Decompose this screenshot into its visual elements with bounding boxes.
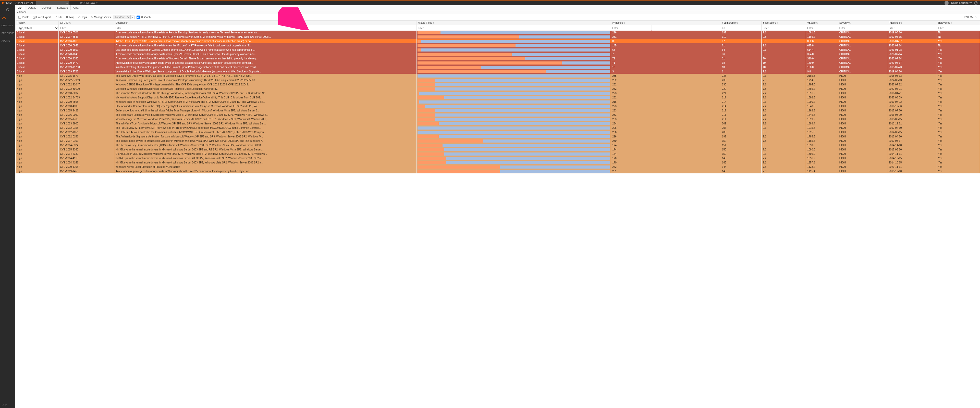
table-row[interactable]: HighCVE-2020-17087Windows Kernel Local E…	[16, 165, 980, 169]
excel-export-button[interactable]: Excel Export	[31, 15, 52, 19]
table-row[interactable]: CriticalCVE-2016-1019Adobe Flash Player …	[16, 39, 980, 43]
tab-chart[interactable]: Chart	[71, 5, 83, 10]
column-filter[interactable]	[721, 26, 762, 30]
column-filter[interactable]	[838, 26, 887, 30]
ratio-bar	[417, 117, 611, 121]
column-filter[interactable]	[59, 26, 114, 30]
sidebar-item-cve[interactable]: CVE	[0, 14, 15, 22]
topbar: OTbase Asset Center ⌕ WORKFLOW ▾ Ralph L…	[0, 0, 980, 5]
help-icon[interactable]: ?	[974, 1, 978, 5]
cve-count: 1591 CVEs	[963, 16, 978, 19]
tab-details[interactable]: Details	[25, 5, 39, 10]
table-row[interactable]: HighCVE-2013-3900The WinVerifyTrust func…	[16, 121, 980, 126]
table-row[interactable]: CriticalCVE-2020-1472An elevation of pri…	[16, 61, 980, 65]
sidebar: CVECHANGESPROBLEMSAUDITS v8.03	[0, 5, 15, 408]
table-row[interactable]: HighCVE-2012-0158The (1) ListView, (2) L…	[16, 126, 980, 130]
table-row[interactable]: HighCVE-2010-4398Stack-based buffer over…	[16, 104, 980, 108]
ratio-bar	[417, 130, 611, 134]
ratio-bar	[417, 113, 611, 117]
ratio-bar	[417, 165, 611, 169]
table-row[interactable]: CriticalCVE-2020-1350A remote code execu…	[16, 56, 980, 61]
dashboard-icon[interactable]	[0, 5, 15, 14]
column-filter[interactable]	[887, 26, 936, 30]
sidebar-item-problems[interactable]: PROBLEMS	[0, 29, 15, 37]
sidebar-item-audits[interactable]: AUDITS	[0, 37, 15, 44]
edit-button[interactable]: Edit	[53, 15, 64, 19]
column-header[interactable]: #Vulnerable⇅	[721, 21, 762, 25]
search-icon[interactable]: ⌕	[66, 2, 68, 5]
sidebar-item-changes[interactable]: CHANGES	[0, 22, 15, 29]
table-row[interactable]: HighCVE-2012-0151The Authenticode Signat…	[16, 134, 980, 139]
table-row[interactable]: HighCVE-2014-4113win32k.sys in the kerne…	[16, 156, 980, 160]
column-header[interactable]: Description	[114, 21, 417, 25]
table-row[interactable]: HighCVE-2017-0101The kernel-mode drivers…	[16, 139, 980, 143]
column-filter[interactable]	[417, 26, 611, 30]
svg-point-11	[92, 17, 92, 17]
map-button[interactable]: Map	[64, 15, 76, 19]
table-row[interactable]: CriticalCVE-2019-11708Insufficient vetti…	[16, 65, 980, 69]
column-header[interactable]: #Affected⇅	[611, 21, 721, 25]
ratio-bar	[417, 152, 611, 156]
column-filter[interactable]	[762, 26, 806, 30]
column-filter[interactable]	[937, 26, 980, 30]
table-row[interactable]: HighCVE-2010-0232The kernel in Microsoft…	[16, 91, 980, 95]
ratio-bar	[417, 160, 611, 165]
workflow-menu[interactable]: WORKFLOW ▾	[80, 2, 97, 4]
ratio-bar	[417, 100, 611, 104]
search-input[interactable]	[36, 1, 69, 5]
ratio-bar	[417, 139, 611, 143]
column-header[interactable]: #Ratio Fixed⇅	[417, 21, 611, 25]
tab-list[interactable]: List	[15, 5, 25, 10]
table-row[interactable]: HighCVE-2019-1458An elevation of privile…	[16, 169, 980, 173]
table-row[interactable]: HighCVE-2016-0099The Secondary Logon Ser…	[16, 113, 980, 117]
table-row[interactable]: HighCVE-2015-2360win32k.sys in the kerne…	[16, 148, 980, 152]
column-header[interactable]: Relevance⇅	[937, 21, 980, 25]
column-header[interactable]: CVE ID⇅	[59, 21, 115, 25]
tab-software[interactable]: Software	[54, 5, 71, 10]
table-row[interactable]: HighCVE-2012-1856The TabStrip ActiveX co…	[16, 130, 980, 134]
column-filter[interactable]	[806, 26, 838, 30]
column-header[interactable]: Base Score⇅	[762, 21, 806, 25]
scope-bar[interactable]: Scope	[15, 10, 980, 14]
table-row[interactable]: HighCVE-2022-30190Microsoft Windows Supp…	[16, 87, 980, 91]
table-row[interactable]: CriticalCVE-2020-0646A remote code execu…	[16, 43, 980, 48]
tab-devices[interactable]: Devices	[39, 5, 54, 10]
table-row[interactable]: CriticalCVE-2019-2725Vulnerability in th…	[16, 69, 980, 74]
column-header[interactable]: Published⇅	[887, 21, 937, 25]
ratio-bar	[417, 91, 611, 95]
avatar[interactable]	[945, 1, 948, 5]
ratio-bar	[417, 156, 611, 160]
ratio-bar	[417, 143, 611, 148]
table-row[interactable]: HighCVE-2015-1671The Windows DirectWrite…	[16, 74, 980, 78]
priority-filter[interactable]: High,Critical	[16, 26, 59, 30]
table-row[interactable]: HighCVE-2022-37969Windows Common Log Fil…	[16, 78, 980, 83]
tags-button[interactable]: Tags	[76, 15, 88, 19]
table-row[interactable]: HighCVE-2022-22047Windows CSRSS Elevatio…	[16, 83, 980, 87]
manage-views-button[interactable]: Manage Views	[89, 15, 112, 19]
cve-grid[interactable]: Priority▾CVE ID⇅Description#Ratio Fixed⇅…	[15, 21, 980, 408]
table-row[interactable]: HighCVE-2010-2568Windows Shell in Micros…	[16, 100, 980, 104]
table-row[interactable]: CriticalCVE-2019-0708A remote code execu…	[16, 30, 980, 35]
svg-rect-8	[66, 17, 67, 18]
column-header[interactable]: Severity⇅	[838, 21, 887, 25]
asset-center-label: Asset Center	[15, 1, 33, 5]
table-row[interactable]: CriticalCVE-2020-1040A remote code execu…	[16, 52, 980, 56]
column-header[interactable]: Priority▾	[16, 21, 59, 25]
username-menu[interactable]: Ralph Langner ▾	[951, 1, 972, 5]
table-row[interactable]: CriticalCVE-2020-16017Use after free in …	[16, 48, 980, 52]
kev-only-checkbox[interactable]: KEV only	[137, 16, 151, 19]
table-row[interactable]: HighCVE-2022-34713Microsoft Windows Supp…	[16, 95, 980, 100]
table-row[interactable]: HighCVE-2014-6324The Kerberos Key Distri…	[16, 143, 980, 148]
column-filter[interactable]	[115, 26, 417, 30]
column-filter[interactable]	[611, 26, 652, 30]
column-header[interactable]: VScore⇅	[806, 21, 838, 25]
table-row[interactable]: HighCVE-2015-1769Mount Manager in Micros…	[16, 117, 980, 121]
table-row[interactable]: CriticalCVE-2017-8543Microsoft Windows X…	[16, 35, 980, 39]
profile-button[interactable]: Profile	[17, 15, 30, 19]
table-row[interactable]: HighCVE-2014-4148win32k.sys in the kerne…	[16, 160, 980, 165]
load-view-select[interactable]: Load View ...	[113, 15, 130, 19]
load-view-dropdown-icon[interactable]: ▾	[131, 16, 135, 19]
table-row[interactable]: HighCVE-2014-6332OleAut32.dll in OLE in …	[16, 152, 980, 156]
table-row[interactable]: HighCVE-2015-2426Buffer underflow in atm…	[16, 108, 980, 113]
ratio-bar	[417, 126, 611, 130]
